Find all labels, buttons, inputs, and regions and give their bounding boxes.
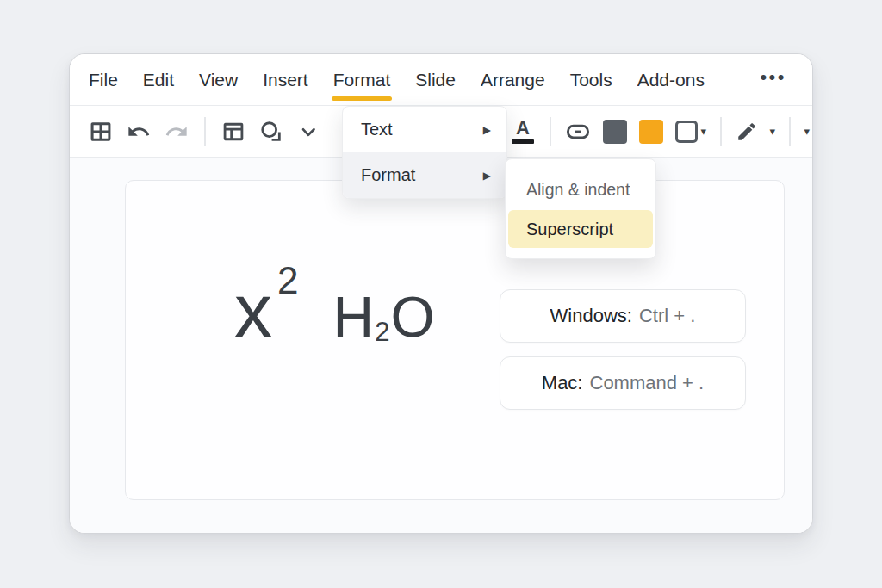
menu-item-label: Slide bbox=[415, 70, 456, 90]
menu-item-arrange[interactable]: Arrange bbox=[481, 54, 545, 105]
menu-row-label: Text bbox=[361, 120, 393, 139]
layout-icon bbox=[221, 120, 245, 144]
active-menu-underline bbox=[332, 96, 393, 101]
format-menu-item-text[interactable]: Text ▶ bbox=[343, 107, 506, 152]
shortcut-mac: Mac: Command + . bbox=[500, 356, 746, 410]
caret-down-icon: ▾ bbox=[804, 126, 811, 137]
caret-down-icon: ▾ bbox=[770, 126, 776, 137]
fill-color-button[interactable] bbox=[603, 120, 627, 144]
submenu-row-label: Align & indent bbox=[526, 180, 630, 200]
menu-bar: File Edit View Insert Format Slide Arran… bbox=[70, 54, 812, 106]
submenu-arrow-icon: ▶ bbox=[483, 170, 491, 182]
pencil-icon bbox=[736, 121, 758, 143]
caret-down-icon: ▾ bbox=[701, 126, 707, 137]
menu-item-file[interactable]: File bbox=[89, 54, 118, 105]
content-area: x 2 H 2 O Windows: Ctrl + . Mac: Command… bbox=[70, 158, 812, 533]
accent-color-swatch bbox=[639, 120, 663, 144]
slide-canvas[interactable]: x 2 H 2 O Windows: Ctrl + . Mac: Command… bbox=[125, 180, 785, 500]
border-color-button[interactable]: ▾ bbox=[675, 121, 707, 143]
menu-item-label: File bbox=[89, 70, 118, 90]
submenu-arrow-icon: ▶ bbox=[483, 124, 491, 136]
menu-item-insert[interactable]: Insert bbox=[263, 54, 308, 105]
layout-button[interactable] bbox=[221, 120, 245, 144]
submenu-item-superscript[interactable]: Superscript bbox=[508, 210, 653, 248]
menu-item-view[interactable]: View bbox=[199, 54, 238, 105]
shortcut-mac-keys: Command + . bbox=[590, 372, 705, 394]
toolbar-left-group bbox=[89, 106, 320, 157]
pencil-button[interactable] bbox=[736, 121, 758, 143]
menu-item-label: Tools bbox=[570, 70, 612, 90]
menu-item-label: Edit bbox=[143, 70, 174, 90]
menu-item-label: Arrange bbox=[481, 70, 545, 90]
menu-item-format[interactable]: Format bbox=[333, 54, 391, 105]
formula-base-x: x bbox=[234, 267, 272, 355]
formula-text[interactable]: x 2 H 2 O bbox=[234, 267, 435, 355]
border-color-swatch bbox=[675, 121, 698, 143]
pencil-dropdown-button[interactable]: ▾ bbox=[770, 126, 776, 137]
app-window: File Edit View Insert Format Slide Arran… bbox=[69, 53, 813, 534]
text-color-glyph: A bbox=[516, 119, 530, 138]
formula-subscript: 2 bbox=[375, 317, 389, 348]
toolbar-separator bbox=[550, 117, 551, 146]
shape-button[interactable] bbox=[259, 120, 283, 144]
menu-row-label: Format bbox=[361, 165, 415, 185]
textbox-button[interactable] bbox=[565, 119, 591, 145]
grid-table-button[interactable] bbox=[89, 120, 113, 144]
formula-o: O bbox=[390, 284, 434, 350]
submenu-row-label: Superscript bbox=[526, 220, 613, 239]
menu-item-add-ons[interactable]: Add-ons bbox=[637, 54, 705, 105]
undo-icon bbox=[127, 120, 151, 144]
text-color-icon: A bbox=[510, 119, 536, 144]
menu-item-label: View bbox=[199, 70, 238, 90]
format-menu-item-format[interactable]: Format ▶ bbox=[343, 152, 506, 198]
undo-button[interactable] bbox=[127, 120, 151, 144]
menu-item-label: Add-ons bbox=[637, 70, 705, 90]
more-tools-dropdown-button[interactable]: ▾ bbox=[804, 126, 811, 137]
format-menu: Text ▶ Format ▶ bbox=[342, 106, 507, 199]
formula-superscript: 2 bbox=[277, 259, 298, 302]
toolbar-separator bbox=[789, 117, 791, 146]
toolbar-separator bbox=[204, 117, 206, 146]
menu-item-slide[interactable]: Slide bbox=[415, 54, 456, 105]
shape-corner-icon bbox=[259, 120, 283, 144]
shortcut-windows-keys: Ctrl + . bbox=[639, 305, 695, 327]
menu-item-label: Format bbox=[333, 70, 391, 90]
menu-item-tools[interactable]: Tools bbox=[570, 54, 612, 105]
fill-color-swatch bbox=[603, 120, 627, 144]
shortcut-mac-label: Mac: bbox=[542, 372, 583, 394]
rounded-box-icon bbox=[565, 119, 591, 145]
format-submenu: Align & indent Superscript bbox=[505, 158, 656, 259]
redo-icon bbox=[165, 120, 189, 144]
formula-h: H bbox=[332, 284, 374, 350]
text-color-button[interactable]: A bbox=[510, 119, 536, 144]
text-color-bar bbox=[512, 139, 534, 144]
grid-table-icon bbox=[89, 120, 113, 144]
shortcut-windows: Windows: Ctrl + . bbox=[500, 289, 746, 343]
toolbar-right-group: A ▾ ▾ bbox=[510, 106, 810, 157]
accent-color-button[interactable] bbox=[639, 120, 663, 144]
shortcut-windows-label: Windows: bbox=[550, 305, 632, 327]
toolbar-separator bbox=[720, 117, 722, 146]
menu-item-label: Insert bbox=[263, 70, 308, 90]
arrow-select-button[interactable] bbox=[297, 121, 320, 143]
redo-button[interactable] bbox=[165, 120, 189, 144]
chevron-down-icon bbox=[297, 121, 320, 143]
menu-overflow-button[interactable]: ••• bbox=[760, 66, 786, 94]
menu-item-edit[interactable]: Edit bbox=[143, 54, 174, 105]
submenu-item-align-indent[interactable]: Align & indent bbox=[506, 170, 655, 208]
